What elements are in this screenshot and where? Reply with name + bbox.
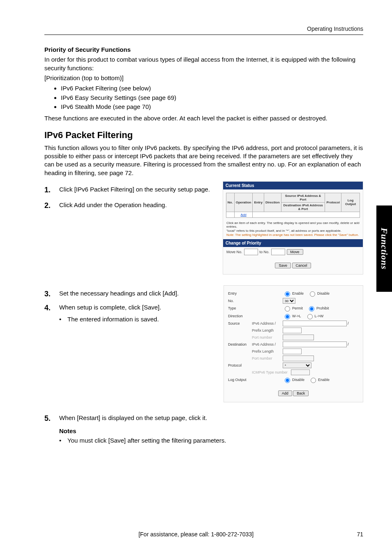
step2-text: Click Add under the Operation heading. [59,201,217,209]
log-enable-text: Enable [318,378,330,382]
step3-text: Set the necessary headings and click [Ad… [59,289,218,298]
sec1-p2: [Prioritization (top to bottom)] [44,74,363,82]
step1-num: 1. [44,185,59,194]
dst-ipv6-input[interactable] [283,342,347,347]
move-button[interactable]: Move [287,249,303,255]
sec1-p3: These functions are executed in the abov… [44,114,363,122]
th-entry: Entry [253,193,264,212]
no-label: No. [228,299,252,303]
log-disable-text: Disable [292,378,304,382]
sec2-title: IPv6 Packet Filtering [44,130,363,141]
add-link[interactable]: Add [234,212,253,217]
step2-num: 2. [44,201,59,210]
dir-wl-radio[interactable] [285,314,290,319]
notes-bullet: • [59,437,67,444]
footer-center: [For assistance, please call: 1-800-272-… [0,531,392,538]
dst-prefix-label: Prefix Length [252,349,283,353]
type-label: Type [228,306,252,310]
step3-num: 3. [44,289,59,298]
th-proto: Protocol [325,193,341,212]
dst-port-input [283,355,314,361]
src-prefix-input[interactable] [283,328,302,333]
move-to-input[interactable] [271,249,285,255]
notes-heading: Notes [59,427,363,435]
protocol-label: Protocol [228,363,252,367]
dst-port-label: Port number [252,356,283,360]
filter-table: No. Operation Entry Direction Source IPv… [226,193,360,218]
log-label: Log Output [228,378,252,382]
step5-text: When [Restart] is displayed on the setup… [59,414,363,422]
sec1-b1: IPv6 Packet Filtering (see below) [61,84,363,93]
src-port-label: Port number [252,335,283,339]
to-no-label: to No. [260,250,270,254]
move-no-label: Move No. [226,250,242,254]
panel1-header: Current Status [223,182,363,189]
move-from-input[interactable] [244,249,258,255]
protocol-select[interactable]: * [283,362,311,368]
sec1-title: Priority of Security Functions [44,46,363,54]
panel1-note3: Note: The setting highlighted in orange … [226,233,359,237]
entry-label: Entry [228,291,252,295]
entry-enable-text: Enable [292,291,304,295]
panel-current-status: Current Status No. Operation Entry Direc… [223,181,363,275]
th-dst: Destination IPv6 Address & Port [281,202,325,212]
cancel-button[interactable]: Cancel [292,263,311,268]
step4-bullet: • [59,316,67,323]
entry-disable-radio[interactable] [310,291,315,297]
dir-lw-radio[interactable] [307,314,313,319]
no-select[interactable]: 30 [283,298,295,304]
dst-ipv6-label: IPv6 Address / [252,342,283,346]
notes-item0: You must click [Save] after setting the … [67,437,226,444]
save-button[interactable]: Save [275,263,291,268]
th-src: Source IPv6 Address & Port [281,193,325,202]
src-ipv6-input[interactable] [283,321,347,326]
type-prohibit-text: Prohibit [316,306,329,310]
panel1-notes: Click an item of each entry. The setting… [223,220,363,239]
header-right: Operating Instructions [44,25,363,32]
type-prohibit-radio[interactable] [309,306,314,312]
entry-disable-text: Disable [317,291,330,295]
step1-text: Click [IPv6 Packet Filtering] on the sec… [59,185,217,194]
src-ipv6-label: IPv6 Address / [252,321,283,325]
sec1-b3: IPv6 Stealth Mode (see page 70) [61,102,363,112]
th-op: Operation [234,193,253,212]
th-log: Log Output [341,193,360,212]
source-label: Source [228,321,252,325]
back-button[interactable]: Back [293,390,309,396]
panel1-note2: "local" refers to this product itself, a… [226,229,341,233]
sec2-intro: This function allows you to filter only … [44,144,363,177]
step5-num: 5. [44,414,59,423]
dst-slash: / [347,342,349,346]
side-tab: Functions [376,205,392,292]
step4-num: 4. [44,303,59,312]
dir-wl-text: W->L [292,314,301,318]
sec1-b2: IPv6 Easy Security Settings (see page 69… [61,93,363,103]
type-permit-text: Permit [292,306,303,310]
header-rule [44,35,363,35]
step4-sub: The entered information is saved. [67,316,159,323]
direction-label: Direction [228,314,252,318]
entry-enable-radio[interactable] [285,291,290,297]
panel-entry-form: Entry Enable Disable No. 30 Type Permit … [224,285,363,402]
type-permit-radio[interactable] [285,306,290,312]
th-dir: Direction [264,193,281,212]
icmp-input [291,369,310,375]
icmp-label: ICMPv6 Type number [252,370,291,374]
step4-text: When setup is complete, click [Save]. [59,303,218,312]
destination-label: Destination [228,342,252,346]
add-button[interactable]: Add [278,390,292,396]
dir-lw-text: L->W [315,314,324,318]
panel1-header2: Change of Priority [223,239,363,247]
sec1-p1: In order for this product to combat vari… [44,55,363,72]
th-no: No. [226,193,234,212]
panel1-note1: Click an item of each entry. The setting… [226,221,360,229]
src-port-input [283,335,314,340]
src-slash: / [347,321,349,325]
sec1-bullets: IPv6 Packet Filtering (see below) IPv6 E… [61,84,363,112]
log-enable-radio[interactable] [311,378,316,383]
src-prefix-label: Prefix Length [252,328,283,332]
dst-prefix-input[interactable] [283,349,302,354]
side-tab-label: Functions [379,228,390,270]
page-number: 71 [357,531,363,538]
log-disable-radio[interactable] [285,378,290,383]
